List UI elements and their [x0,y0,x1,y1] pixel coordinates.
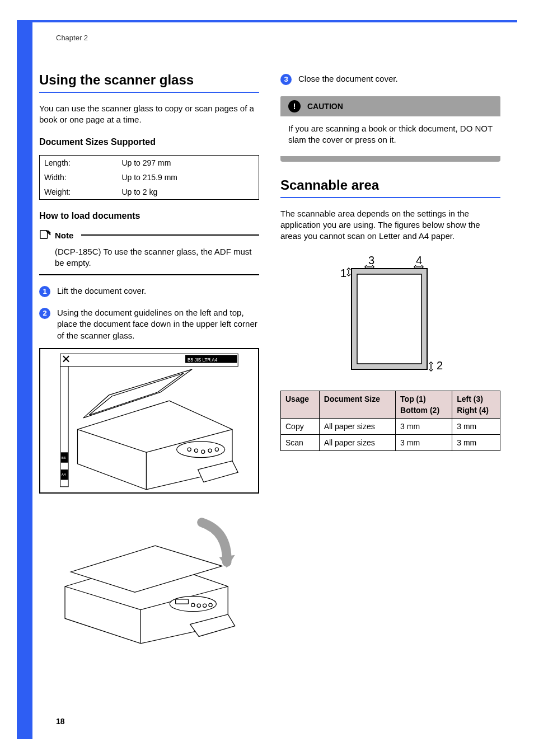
page-content: Chapter 2 Using the scanner glass You ca… [39,34,500,722]
intro-paragraph: The scannable area depends on the settin… [280,208,500,242]
svg-point-10 [188,448,191,451]
intro-paragraph: You can use the scanner glass to copy or… [39,103,259,126]
caution-header: ! CAUTION [280,96,500,116]
table-row: Copy All paper sizes 3 mm 3 mm [281,419,500,435]
size-value: Up to 2 kg [117,185,259,200]
table-row: Scan All paper sizes 3 mm 3 mm [281,435,500,451]
svg-rect-4 [60,367,68,487]
svg-rect-16 [175,599,188,604]
svg-rect-22 [357,274,421,364]
diagram-label-3: 3 [368,254,374,266]
left-column: Using the scanner glass You can use the … [39,71,259,645]
note-label: Note [55,231,73,240]
section-heading: Scannable area [280,176,500,198]
sizes-table: Length:Up to 297 mm Width:Up to 215.9 mm… [39,155,259,200]
step-text: Lift the document cover. [57,285,146,297]
table-row: Weight:Up to 2 kg [40,185,259,200]
table-row: Width:Up to 215.9 mm [40,170,259,185]
col-usage: Usage [281,391,320,419]
size-value: Up to 215.9 mm [117,170,259,185]
size-label: Width: [40,170,118,185]
svg-point-18 [197,604,200,607]
step-2: 2 Using the document guidelines on the l… [39,307,259,341]
section-heading: Using the scanner glass [39,71,259,93]
note-rule [81,234,259,236]
page-number: 18 [56,717,65,726]
col-left-right: Left (3) Right (4) [452,391,500,419]
size-label: Weight: [40,185,118,200]
diagram-label-2: 2 [437,359,443,372]
step-3: 3 Close the document cover. [280,73,500,85]
scannable-area-diagram: 1 3 4 2 [280,252,500,381]
caution-icon: ! [288,100,301,112]
caution-footer-bar [280,156,500,162]
svg-rect-0 [40,230,48,238]
diagram-label-4: 4 [416,254,422,266]
step-text: Close the document cover. [298,73,398,85]
svg-point-11 [194,449,198,452]
scannable-area-table: Usage Document Size Top (1) Bottom (2) L… [280,391,500,451]
note-icon [39,229,51,242]
size-value: Up to 297 mm [117,155,259,170]
left-rule [17,20,32,739]
diagram-label-1: 1 [340,267,346,279]
svg-text:B5: B5 [62,456,66,459]
table-header-row: Usage Document Size Top (1) Bottom (2) L… [281,391,500,419]
step-number-bullet: 3 [280,74,292,85]
step-number-bullet: 2 [39,308,50,319]
svg-point-19 [203,604,206,607]
chapter-label: Chapter 2 [56,34,500,42]
svg-point-20 [209,603,212,607]
note-text: (DCP-185C) To use the scanner glass, the… [39,242,259,276]
step-text: Using the document guidelines on the lef… [57,307,259,341]
caution-text: If you are scanning a book or thick docu… [280,116,500,155]
close-cover-illustration [39,499,259,645]
svg-text:B5 JIS   LTR   A4: B5 JIS LTR A4 [188,357,218,362]
svg-text:A4: A4 [62,472,66,476]
note-box: Note (DCP-185C) To use the scanner glass… [39,229,259,276]
caution-label: CAUTION [307,102,343,111]
svg-point-12 [202,450,205,453]
step-number-bullet: 1 [39,286,50,297]
size-label: Length: [40,155,118,170]
scanner-glass-illustration: B5 JIS LTR A4 B5 A4 [39,348,259,494]
step-1: 1 Lift the document cover. [39,285,259,297]
right-column: 3 Close the document cover. ! CAUTION If… [280,71,500,645]
top-rule [17,20,517,22]
table-row: Length:Up to 297 mm [40,155,259,170]
col-top-bottom: Top (1) Bottom (2) [396,391,452,419]
two-column-layout: Using the scanner glass You can use the … [39,71,500,645]
howto-heading: How to load documents [39,211,259,221]
sizes-heading: Document Sizes Supported [39,137,259,147]
svg-point-17 [191,603,194,607]
svg-point-13 [208,449,212,452]
col-docsize: Document Size [319,391,395,419]
svg-point-14 [215,448,218,451]
